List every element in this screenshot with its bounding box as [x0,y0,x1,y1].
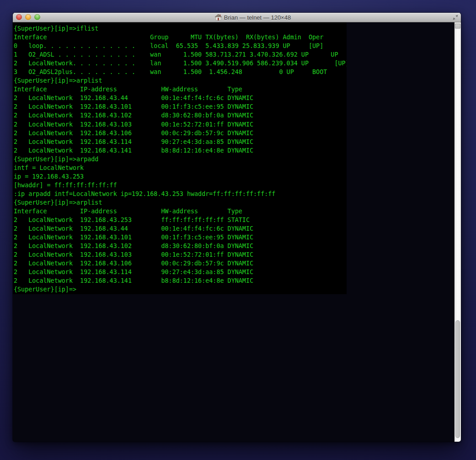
terminal-line: 2 LocalNetwork 192.168.43.101 00:1f:f3:c… [14,102,347,111]
terminal-line: 2 LocalNetwork 192.168.43.106 00:0c:29:d… [14,129,347,137]
terminal-line: Interface IP-address HW-address Type [14,207,347,216]
terminal-line: 2 LocalNetwork 192.168.43.102 d8:30:62:8… [14,242,347,250]
zoom-button[interactable] [34,14,40,20]
title-bar[interactable]: Brian — telnet — 120×48 [13,13,461,22]
terminal-line: 3 O2_ADSL2plus. . . . . . . . . wan 1.50… [14,68,347,76]
terminal-line: intf = LocalNetwork [14,164,347,172]
terminal-line: 2 LocalNetwork 192.168.43.44 00:1e:4f:f4… [14,94,347,102]
terminal-line: 2 LocalNetwork 192.168.43.103 00:1e:52:7… [14,250,347,259]
window-content: {SuperUser}[ip]=>iflistInterface Group M… [13,22,461,442]
window-controls [16,15,40,20]
terminal-line: 2 LocalNetwork 192.168.43.141 b8:8d:12:1… [14,146,347,155]
terminal-line: 1 O2_ADSL . . . . . . . . . . . wan 1.50… [14,50,347,59]
terminal-line: 2 LocalNetwork 192.168.43.253 ff:ff:ff:f… [14,216,347,224]
minimize-button[interactable] [25,14,31,20]
terminal-line: 2 LocalNetwork 192.168.43.106 00:0c:29:d… [14,259,347,268]
terminal-line: 2 LocalNetwork 192.168.43.101 00:1f:f3:c… [14,233,347,242]
home-icon[interactable] [215,14,222,21]
title-area: Brian — telnet — 120×48 [59,13,447,22]
terminal-line: 0 loop. . . . . . . . . . . . . local 65… [14,42,347,50]
desktop: { "window": { "title": "Brian — telnet —… [0,0,476,460]
terminal-pane[interactable]: {SuperUser}[ip]=>iflistInterface Group M… [13,22,454,442]
terminal-line: {SuperUser}[ip]=>arplist [14,198,347,207]
terminal-line: [hwaddr] = ff:ff:ff:ff:ff:ff [14,181,347,190]
fullscreen-icon[interactable] [452,14,459,21]
terminal-line: {SuperUser}[ip]=>arpadd [14,155,347,164]
terminal-line: 2 LocalNetwork 192.168.43.114 90:27:e4:3… [14,137,347,146]
terminal-line: 2 LocalNetwork 192.168.43.44 00:1e:4f:f4… [14,224,347,233]
window-title: Brian — telnet — 120×48 [224,14,291,21]
terminal-line: 2 LocalNetwork 192.168.43.141 b8:8d:12:1… [14,276,347,285]
terminal-line: 2 LocalNetwork 192.168.43.114 90:27:e4:3… [14,268,347,276]
terminal-line: Interface IP-address HW-address Type [14,85,347,94]
terminal-line: 2 LocalNetwork. . . . . . . . . lan 1.50… [14,59,347,68]
terminal-line: :ip arpadd intf=LocalNetwork ip=192.168.… [14,190,347,198]
close-button[interactable] [16,14,22,20]
terminal-window: Brian — telnet — 120×48 {SuperUser}[ip]=… [13,13,461,442]
scrollbar[interactable] [454,22,461,442]
terminal-line: 2 LocalNetwork 192.168.43.102 d8:30:62:8… [14,111,347,120]
terminal-line: 2 LocalNetwork 192.168.43.103 00:1e:52:7… [14,120,347,129]
terminal-line: {SuperUser}[ip]=>arplist [14,76,347,85]
terminal-output: {SuperUser}[ip]=>iflistInterface Group M… [13,22,347,294]
scrollbar-thumb[interactable] [455,320,460,438]
split-pane-handle-icon[interactable] [455,23,460,29]
terminal-line: ip = 192.168.43.253 [14,172,347,181]
terminal-line: Interface Group MTU TX(bytes) RX(bytes) … [14,33,347,42]
terminal-line: {SuperUser}[ip]=> [14,285,347,294]
terminal-line: {SuperUser}[ip]=>iflist [14,24,347,33]
